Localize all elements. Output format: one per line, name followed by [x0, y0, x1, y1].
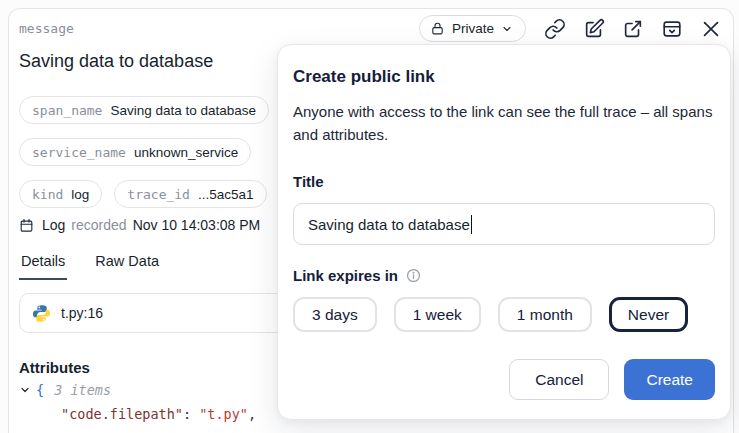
info-icon[interactable]	[406, 268, 421, 283]
save-view-button[interactable]	[659, 16, 685, 42]
recorded-verb: recorded	[71, 217, 126, 233]
dialog-description: Anyone with access to the link can see t…	[293, 101, 715, 146]
calendar-icon	[19, 218, 36, 233]
edit-icon	[583, 18, 605, 40]
expiry-option-1-week[interactable]: 1 week	[394, 297, 481, 332]
python-icon	[32, 304, 51, 323]
dialog-actions: Cancel Create	[293, 359, 715, 400]
expires-label: Link expires in	[293, 267, 398, 284]
chip-kind[interactable]: kind log	[19, 180, 102, 208]
tab-details[interactable]: Details	[19, 253, 67, 280]
json-separator: :	[183, 406, 199, 422]
close-icon	[700, 18, 722, 40]
collapse-chevron-icon[interactable]	[19, 384, 31, 396]
expiry-options: 3 days 1 week 1 month Never	[293, 297, 715, 332]
chip-service-name[interactable]: service_name unknown_service	[19, 138, 251, 166]
create-public-link-dialog: Create public link Anyone with access to…	[277, 44, 731, 420]
chevron-down-icon	[501, 23, 513, 35]
chip-span-name[interactable]: span_name Saving data to database	[19, 96, 269, 124]
copy-link-button[interactable]	[542, 16, 568, 42]
save-view-icon	[661, 18, 683, 40]
open-in-new-button[interactable]	[620, 16, 646, 42]
link-title-input[interactable]: Saving data to database	[293, 203, 715, 245]
text-caret	[471, 215, 473, 234]
privacy-label: Private	[452, 21, 494, 36]
privacy-dropdown[interactable]: Private	[419, 15, 526, 42]
json-trailing-comma: ,	[248, 406, 256, 422]
expires-label-row: Link expires in	[293, 267, 715, 284]
edit-button[interactable]	[581, 16, 607, 42]
chip-trace-id[interactable]: trace_id ...5ac5a1	[114, 180, 266, 208]
json-items-count: 3 items	[54, 382, 111, 398]
json-value: "t.py"	[199, 406, 248, 422]
json-key: "code.filepath"	[61, 406, 183, 422]
title-field-label: Title	[293, 173, 715, 190]
json-open-brace: {	[36, 382, 44, 398]
lock-icon	[430, 21, 445, 36]
copy-link-icon	[544, 18, 566, 40]
source-file-label: t.py:16	[61, 305, 103, 321]
expiry-option-3-days[interactable]: 3 days	[293, 297, 377, 332]
dialog-title: Create public link	[293, 67, 715, 87]
panel-toolbar: Private	[419, 15, 724, 42]
recorded-type: Log	[42, 217, 65, 233]
tab-raw-data[interactable]: Raw Data	[93, 253, 161, 280]
create-button[interactable]: Create	[624, 359, 715, 400]
cancel-button[interactable]: Cancel	[509, 359, 609, 400]
expiry-option-1-month[interactable]: 1 month	[498, 297, 592, 332]
open-in-new-icon	[622, 18, 644, 40]
recorded-timestamp: Nov 10 14:03:08 PM	[133, 217, 261, 233]
close-button[interactable]	[698, 16, 724, 42]
link-title-value: Saving data to database	[308, 216, 470, 233]
expiry-option-never[interactable]: Never	[609, 297, 688, 332]
